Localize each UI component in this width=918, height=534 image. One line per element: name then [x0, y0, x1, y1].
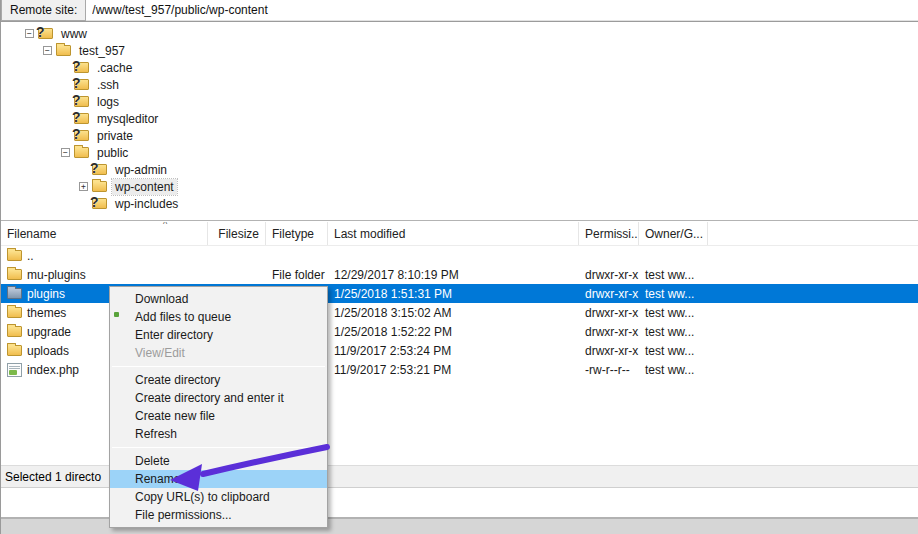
file-permissions: drwxr-xr-x: [579, 341, 639, 360]
file-name: index.php: [27, 363, 79, 377]
file-type: [266, 246, 328, 265]
menu-item-label: Create new file: [135, 409, 327, 423]
menu-item-file-permissions[interactable]: File permissions...: [110, 506, 327, 524]
collapse-minus-icon[interactable]: −: [43, 46, 52, 55]
file-name: mu-plugins: [27, 268, 86, 282]
column-header-filename[interactable]: ^ Filename: [1, 222, 208, 245]
file-name: upgrade: [27, 325, 71, 339]
column-header-label: Permissi...: [585, 227, 639, 241]
file-modified: 1/25/2018 3:15:02 AM: [328, 303, 579, 322]
tree-item-label: logs: [94, 94, 122, 110]
remote-directory-tree: − www − test_957 .cache .ssh: [1, 22, 918, 220]
menu-item-rename[interactable]: Rename: [110, 470, 327, 488]
folder-icon: [7, 288, 22, 299]
unknown-folder-icon: [74, 130, 89, 141]
menu-item-download[interactable]: Download: [110, 290, 327, 308]
file-name: uploads: [27, 344, 69, 358]
file-permissions: drwxr-xr-x: [579, 284, 639, 303]
column-header-label: Last modified: [334, 227, 405, 241]
tree-item-label: wp-includes: [112, 196, 181, 212]
status-text: Selected 1 directo: [5, 470, 101, 484]
menu-item-copy-url-s-to-clipboard[interactable]: Copy URL(s) to clipboard: [110, 488, 327, 506]
folder-icon: [74, 147, 89, 158]
menu-item-enter-directory[interactable]: Enter directory: [110, 326, 327, 344]
folder-icon: [56, 45, 71, 56]
menu-separator: [112, 447, 325, 448]
tree-item-label: .cache: [94, 60, 135, 76]
file-row-[interactable]: ..: [1, 246, 918, 265]
file-modified: [328, 246, 579, 265]
menu-item-refresh[interactable]: Refresh: [110, 425, 327, 443]
tree-item-mysqleditor[interactable]: mysqleditor: [1, 110, 918, 127]
column-header-filetype[interactable]: Filetype: [266, 222, 328, 245]
file-permissions: drwxr-xr-x: [579, 322, 639, 341]
menu-item-delete[interactable]: Delete: [110, 452, 327, 470]
column-header-last-modified[interactable]: Last modified: [328, 222, 579, 245]
file-owner: test ww...: [639, 322, 708, 341]
menu-item-label: Add files to queue: [135, 310, 327, 324]
tree-item-wp-includes[interactable]: wp-includes: [1, 195, 918, 212]
file-modified: 12/29/2017 8:10:19 PM: [328, 265, 579, 284]
file-permissions: [579, 246, 639, 265]
unknown-folder-icon: [92, 198, 107, 209]
unknown-folder-icon: [74, 96, 89, 107]
column-header-label: Owner/G...: [645, 227, 703, 241]
column-header-permissi[interactable]: Permissi...: [579, 222, 639, 245]
menu-item-label: Copy URL(s) to clipboard: [135, 490, 327, 504]
menu-item-label: Create directory and enter it: [135, 391, 327, 405]
tree-item-www[interactable]: − www: [1, 25, 918, 42]
tree-item-wp-admin[interactable]: wp-admin: [1, 161, 918, 178]
tree-item-label: wp-admin: [112, 162, 170, 178]
file-row-mu-plugins[interactable]: mu-plugins File folder 12/29/2017 8:10:1…: [1, 265, 918, 284]
context-menu: Download Add files to queue Enter direct…: [109, 286, 328, 528]
folder-icon: [7, 326, 22, 337]
file-permissions: drwxr-xr-x: [579, 265, 639, 284]
column-header-label: Filetype: [272, 227, 314, 241]
folder-icon: [7, 250, 22, 261]
column-header-filesize[interactable]: Filesize: [208, 222, 266, 245]
tree-item-label: test_957: [76, 43, 128, 59]
tree-item-label: private: [94, 128, 136, 144]
file-modified: 1/25/2018 1:52:22 PM: [328, 322, 579, 341]
menu-item-create-directory[interactable]: Create directory: [110, 371, 327, 389]
expand-plus-icon[interactable]: +: [79, 182, 88, 191]
file-owner: [639, 246, 708, 265]
menu-item-create-new-file[interactable]: Create new file: [110, 407, 327, 425]
menu-item-label: Download: [135, 292, 327, 306]
menu-item-view-edit[interactable]: View/Edit: [110, 344, 327, 362]
collapse-minus-icon[interactable]: −: [25, 29, 34, 38]
tree-item-public[interactable]: − public: [1, 144, 918, 161]
menu-item-create-directory-and-enter-it[interactable]: Create directory and enter it: [110, 389, 327, 407]
unknown-folder-icon: [92, 164, 107, 175]
menu-item-add-files-to-queue[interactable]: Add files to queue: [110, 308, 327, 326]
unknown-folder-icon: [38, 28, 53, 39]
tree-item-logs[interactable]: logs: [1, 93, 918, 110]
menu-item-label: Create directory: [135, 373, 327, 387]
file-name: plugins: [27, 287, 65, 301]
tree-item-cache[interactable]: .cache: [1, 59, 918, 76]
file-owner: test ww...: [639, 284, 708, 303]
tree-item-test-957[interactable]: − test_957: [1, 42, 918, 59]
menu-item-label: File permissions...: [135, 508, 327, 522]
remote-site-path-input[interactable]: [86, 0, 918, 21]
column-header-owner-g[interactable]: Owner/G...: [639, 222, 708, 245]
menu-item-label: Enter directory: [135, 328, 327, 342]
unknown-folder-icon: [74, 113, 89, 124]
file-permissions: -rw-r--r--: [579, 360, 639, 379]
tree-item-wp-content[interactable]: + wp-content: [1, 178, 918, 195]
tree-item-ssh[interactable]: .ssh: [1, 76, 918, 93]
sort-ascending-icon: ^: [163, 222, 167, 229]
file-name: themes: [27, 306, 66, 320]
collapse-minus-icon[interactable]: −: [61, 148, 70, 157]
file-owner: test ww...: [639, 303, 708, 322]
column-header-label: Filesize: [218, 227, 259, 241]
file-size: [208, 265, 266, 284]
menu-item-label: Rename: [135, 472, 327, 486]
tree-item-private[interactable]: private: [1, 127, 918, 144]
remote-site-bar: Remote site:: [1, 0, 918, 22]
file-modified: 11/9/2017 2:53:21 PM: [328, 360, 579, 379]
menu-item-label: Delete: [135, 454, 327, 468]
menu-item-label: Refresh: [135, 427, 327, 441]
file-owner: test ww...: [639, 265, 708, 284]
file-name: ..: [27, 249, 34, 263]
